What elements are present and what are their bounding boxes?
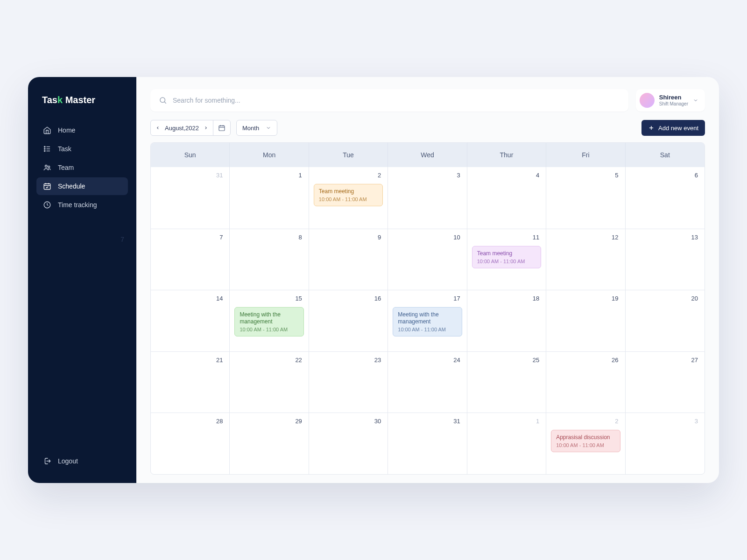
avatar (640, 93, 655, 108)
svg-point-0 (44, 146, 45, 147)
calendar-cell[interactable]: 29 (230, 413, 309, 474)
event-time: 10:00 AM - 11:00 AM (556, 442, 615, 448)
svg-rect-8 (44, 184, 50, 189)
date-number: 16 (374, 295, 381, 302)
calendar-cell[interactable]: 3 (626, 413, 705, 474)
home-icon (43, 126, 51, 134)
calendar-cell[interactable]: 1 (467, 413, 546, 474)
date-number: 21 (216, 357, 223, 364)
search-input[interactable] (173, 97, 620, 104)
event-title: Meeting with the management (240, 311, 298, 325)
app-window: Task Master Home Task Team (28, 77, 719, 483)
calendar-cell[interactable]: 21 (151, 352, 230, 413)
user-name: Shireen (659, 94, 688, 101)
event-time: 10:00 AM - 11:00 AM (398, 327, 457, 332)
task-icon (43, 145, 51, 153)
app-brand: Task Master (36, 95, 128, 105)
calendar-cell[interactable]: 17Meeting with the management10:00 AM - … (388, 290, 467, 351)
month-picker[interactable]: August,2022 (151, 120, 213, 135)
date-number: 8 (299, 234, 302, 241)
svg-point-13 (160, 98, 165, 103)
calendar-cell[interactable]: 2Team meeting10:00 AM - 11:00 AM (309, 167, 388, 229)
calendar-header-row: SunMonTueWedThurFriSat (151, 143, 705, 167)
view-label: Month (242, 125, 259, 132)
calendar-cell[interactable]: 16 (309, 290, 388, 351)
event-title: Apprasisal discussion (556, 434, 615, 441)
calendar-cell[interactable]: 27 (626, 352, 705, 413)
sidebar-item-home[interactable]: Home (36, 121, 128, 139)
calendar-event[interactable]: Meeting with the management10:00 AM - 11… (393, 307, 462, 336)
sidebar-item-team[interactable]: Team (36, 159, 128, 176)
date-number: 3 (457, 172, 460, 179)
calendar-header-cell: Mon (230, 143, 309, 167)
add-event-button[interactable]: Add new event (641, 120, 705, 136)
calendar-body: 3112Team meeting10:00 AM - 11:00 AM34567… (151, 167, 705, 474)
calendar-event[interactable]: Team meeting10:00 AM - 11:00 AM (472, 246, 541, 268)
calendar-cell[interactable]: 2Apprasisal discussion10:00 AM - 11:00 A… (546, 413, 625, 474)
calendar-cell[interactable]: 20 (626, 290, 705, 351)
calendar-event[interactable]: Team meeting10:00 AM - 11:00 AM (314, 184, 383, 206)
svg-point-2 (44, 148, 45, 149)
date-number: 10 (453, 234, 460, 241)
date-number: 11 (533, 234, 539, 241)
date-number: 5 (615, 172, 618, 179)
chevron-down-icon (266, 125, 271, 131)
calendar-cell[interactable]: 3 (388, 167, 467, 229)
calendar-cell[interactable]: 14 (151, 290, 230, 351)
date-number: 9 (378, 234, 381, 241)
calendar-cell[interactable]: 7 (151, 229, 230, 290)
calendar-cell[interactable]: 6 (626, 167, 705, 229)
view-select[interactable]: Month (236, 120, 277, 136)
calendar-cell[interactable]: 15Meeting with the management10:00 AM - … (230, 290, 309, 351)
event-title: Team meeting (477, 250, 536, 257)
user-menu[interactable]: Shireen Shift Manager (636, 89, 705, 112)
search-bar[interactable] (150, 89, 628, 112)
calendar-cell[interactable]: 25 (467, 352, 546, 413)
sidebar-item-time-tracking[interactable]: Time tracking (36, 196, 128, 214)
calendar-cell[interactable]: 12 (546, 229, 625, 290)
schedule-icon (43, 182, 51, 190)
calendar-cell[interactable]: 24 (388, 352, 467, 413)
calendar-cell[interactable]: 26 (546, 352, 625, 413)
date-number: 13 (691, 234, 698, 241)
date-number: 2 (378, 172, 381, 179)
calendar-cell[interactable]: 10 (388, 229, 467, 290)
logout-label: Logout (58, 457, 78, 465)
calendar-cell[interactable]: 18 (467, 290, 546, 351)
calendar-cell[interactable]: 31 (388, 413, 467, 474)
main-content: Shireen Shift Manager August,2022 (136, 77, 719, 483)
sidebar-label: Time tracking (58, 201, 97, 209)
calendar-cell[interactable]: 19 (546, 290, 625, 351)
sidebar-ghost-date: 7 (120, 236, 124, 243)
search-icon (159, 96, 167, 105)
calendar-cell[interactable]: 28 (151, 413, 230, 474)
sidebar-item-schedule[interactable]: Schedule (36, 177, 128, 195)
calendar-cell[interactable]: 1 (230, 167, 309, 229)
logout-button[interactable]: Logout (36, 452, 128, 470)
calendar-cell[interactable]: 22 (230, 352, 309, 413)
chevron-left-icon[interactable] (155, 126, 160, 130)
calendar-cell[interactable]: 5 (546, 167, 625, 229)
calendar-cell[interactable]: 30 (309, 413, 388, 474)
user-info: Shireen Shift Manager (659, 94, 688, 106)
calendar-cell[interactable]: 31 (151, 167, 230, 229)
add-event-label: Add new event (658, 125, 698, 132)
date-number: 18 (533, 295, 539, 302)
date-number: 30 (374, 418, 381, 425)
svg-point-4 (44, 150, 45, 151)
calendar-event[interactable]: Apprasisal discussion10:00 AM - 11:00 AM (551, 430, 620, 452)
topbar: Shireen Shift Manager (150, 89, 705, 112)
calendar-cell[interactable]: 9 (309, 229, 388, 290)
calendar-cell[interactable]: 23 (309, 352, 388, 413)
calendar: SunMonTueWedThurFriSat 3112Team meeting1… (150, 142, 705, 475)
calendar-cell[interactable]: 13 (626, 229, 705, 290)
calendar-header-cell: Sun (151, 143, 230, 167)
chevron-right-icon[interactable] (204, 126, 208, 130)
calendar-cell[interactable]: 8 (230, 229, 309, 290)
calendar-row: 1415Meeting with the management10:00 AM … (151, 290, 705, 351)
open-datepicker-button[interactable] (213, 120, 230, 135)
calendar-cell[interactable]: 4 (467, 167, 546, 229)
calendar-event[interactable]: Meeting with the management10:00 AM - 11… (234, 307, 303, 336)
sidebar-item-task[interactable]: Task (36, 140, 128, 158)
calendar-cell[interactable]: 11Team meeting10:00 AM - 11:00 AM (467, 229, 546, 290)
